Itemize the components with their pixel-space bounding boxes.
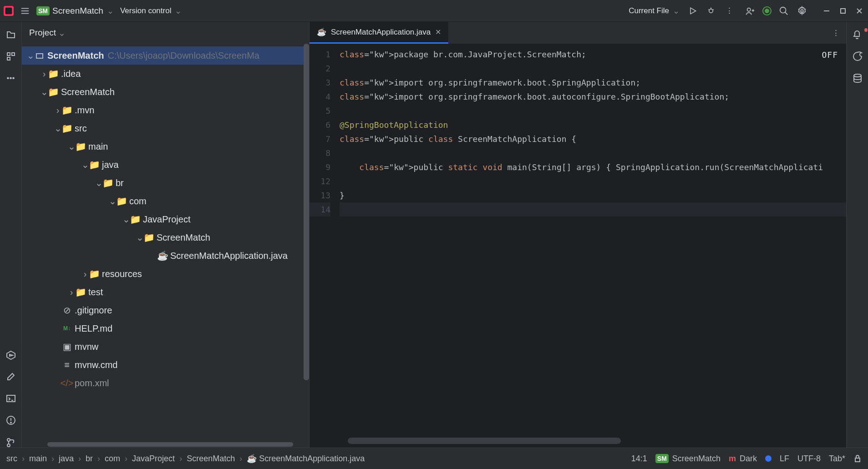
tree-com[interactable]: ⌄📁com <box>22 192 309 210</box>
main-menu-icon[interactable] <box>20 6 30 16</box>
project-tool-icon[interactable] <box>5 29 16 40</box>
more-tools-icon[interactable]: ••• <box>5 73 16 84</box>
package-icon: 📁 <box>144 232 154 243</box>
folder-icon: 📁 <box>62 105 72 116</box>
tree-javaproject[interactable]: ⌄📁JavaProject <box>22 210 309 228</box>
tree-java[interactable]: ⌄📁java <box>22 156 309 174</box>
source-folder-icon: 📁 <box>89 159 99 170</box>
update-indicator-icon[interactable] <box>763 7 771 15</box>
status-module[interactable]: SM ScreenMatch <box>655 454 721 464</box>
tree-mvnw[interactable]: ▣mvnw <box>22 338 309 356</box>
vcs-selector[interactable]: Version control <box>120 6 182 16</box>
maximize-icon[interactable] <box>838 6 848 16</box>
tree-mvn[interactable]: ›📁.mvn <box>22 101 309 119</box>
folder-icon: 📁 <box>76 287 86 298</box>
more-run-icon[interactable]: ⋮ <box>724 6 734 16</box>
package-icon: 📁 <box>117 196 127 207</box>
code-editor[interactable]: class="kw">package br.com.JavaProject.Sc… <box>335 44 846 448</box>
tree-module[interactable]: ⌄📁ScreenMatch <box>22 83 309 101</box>
cursor-position[interactable]: 14:1 <box>631 454 647 464</box>
statusbar: src›main›java›br›com›JavaProject›ScreenM… <box>0 448 868 469</box>
resources-folder-icon: 📁 <box>89 268 99 279</box>
gutter[interactable]: 123456789121314 <box>310 44 335 448</box>
problems-tool-icon[interactable] <box>5 415 16 426</box>
search-icon[interactable] <box>779 6 789 16</box>
editor-area: ☕ ScreenMatchApplication.java ✕ ⋮ 123456… <box>310 22 846 448</box>
folder-icon: 📁 <box>62 123 72 134</box>
tree-screenmatch[interactable]: ⌄📁ScreenMatch <box>22 228 309 247</box>
titlebar: SM ScreenMatch Version control Current F… <box>0 0 868 22</box>
terminal-tool-icon[interactable] <box>5 393 16 404</box>
svg-rect-22 <box>7 57 10 60</box>
svg-rect-33 <box>855 458 860 462</box>
run-icon[interactable] <box>688 6 698 16</box>
folder-icon: 📁 <box>48 68 58 79</box>
package-icon: 📁 <box>103 177 113 188</box>
editor-horizontal-scrollbar[interactable] <box>348 438 621 444</box>
project-selector[interactable]: SM ScreenMatch <box>36 6 114 16</box>
debug-icon[interactable] <box>706 6 716 16</box>
xml-icon: </> <box>62 378 72 388</box>
ai-assistant-icon[interactable] <box>852 51 863 62</box>
svg-point-15 <box>801 10 803 12</box>
svg-rect-1 <box>5 7 12 14</box>
svg-rect-21 <box>12 53 15 55</box>
project-panel: Project ⌄ ⌄ ScreenMatch C:\Users\joaop\D… <box>22 22 310 448</box>
tree-src[interactable]: ⌄📁src <box>22 119 309 137</box>
tree-gitignore[interactable]: ⊘.gitignore <box>22 301 309 319</box>
shell-icon: ▣ <box>62 341 72 352</box>
git-tool-icon[interactable] <box>5 437 16 448</box>
status-theme[interactable]: m Dark <box>729 454 757 464</box>
gitignore-icon: ⊘ <box>62 305 72 316</box>
status-indicator[interactable] <box>765 455 772 462</box>
status-readonly-icon[interactable] <box>853 454 862 463</box>
markdown-icon: M↓ <box>62 325 72 332</box>
inspection-badge[interactable]: OFF <box>822 50 838 60</box>
tree-br[interactable]: ⌄📁br <box>22 174 309 192</box>
tree-mvnwcmd[interactable]: ≡mvnw.cmd <box>22 356 309 374</box>
settings-icon[interactable] <box>797 6 807 16</box>
tree-pom[interactable]: </>pom.xml <box>22 374 309 392</box>
tree-main[interactable]: ⌄📁main <box>22 137 309 156</box>
tabs-more-icon[interactable]: ⋮ <box>826 28 846 38</box>
tree-app-file[interactable]: ☕ScreenMatchApplication.java <box>22 247 309 265</box>
tree-root[interactable]: ⌄ ScreenMatch C:\Users\joaop\Downloads\S… <box>22 46 309 65</box>
project-panel-header[interactable]: Project ⌄ <box>22 22 309 44</box>
svg-marker-5 <box>690 8 696 14</box>
editor-tab[interactable]: ☕ ScreenMatchApplication.java ✕ <box>310 22 448 44</box>
services-tool-icon[interactable] <box>5 349 16 360</box>
run-config-selector[interactable]: Current File <box>629 6 680 16</box>
tree-resources[interactable]: ›📁resources <box>22 265 309 283</box>
tree-test[interactable]: ›📁test <box>22 283 309 301</box>
tree-idea[interactable]: ›📁.idea <box>22 65 309 83</box>
tree-horizontal-scrollbar[interactable] <box>47 442 293 447</box>
close-tab-icon[interactable]: ✕ <box>435 28 441 36</box>
svg-point-10 <box>747 8 751 11</box>
svg-rect-17 <box>841 9 845 13</box>
project-badge: SM <box>36 6 50 15</box>
svg-point-29 <box>7 439 10 441</box>
code-with-me-icon[interactable] <box>745 6 755 16</box>
package-icon: 📁 <box>130 214 140 225</box>
build-tool-icon[interactable] <box>5 371 16 382</box>
status-indent[interactable]: Tab* <box>829 454 845 464</box>
tree-vertical-scrollbar[interactable] <box>304 44 309 380</box>
status-encoding[interactable]: UTF-8 <box>797 454 821 464</box>
java-class-icon: ☕ <box>157 250 168 261</box>
notifications-icon[interactable] <box>852 29 863 40</box>
project-tree[interactable]: ⌄ ScreenMatch C:\Users\joaop\Downloads\S… <box>22 44 309 448</box>
svg-point-28 <box>10 422 11 423</box>
svg-line-14 <box>785 12 788 15</box>
close-icon[interactable] <box>854 6 864 16</box>
intellij-logo-icon <box>4 6 14 16</box>
svg-point-32 <box>854 74 861 77</box>
tree-help[interactable]: M↓HELP.md <box>22 319 309 338</box>
right-toolbar <box>846 22 868 448</box>
minimize-icon[interactable] <box>822 6 832 16</box>
status-linesep[interactable]: LF <box>780 454 789 464</box>
structure-tool-icon[interactable] <box>5 51 16 62</box>
database-tool-icon[interactable] <box>852 73 863 84</box>
breadcrumbs[interactable]: src›main›java›br›com›JavaProject›ScreenM… <box>6 454 623 464</box>
svg-point-6 <box>709 9 713 12</box>
maven-icon: m <box>729 454 736 464</box>
